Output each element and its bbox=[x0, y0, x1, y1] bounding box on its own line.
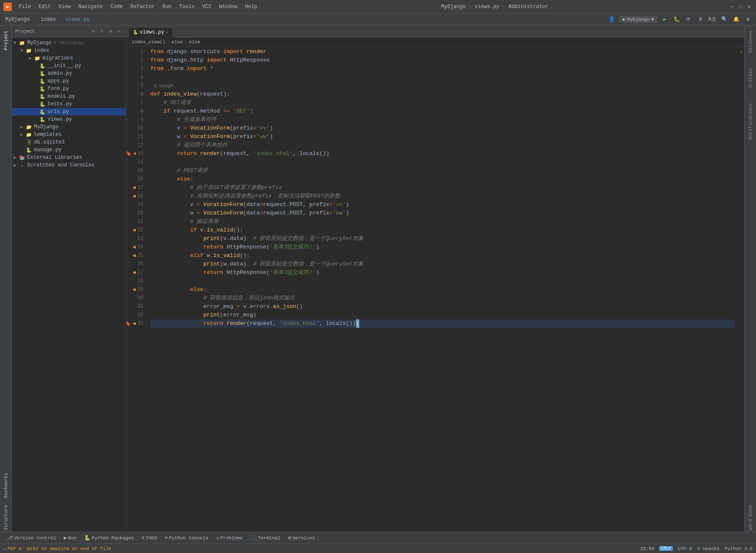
menu-code[interactable]: Code bbox=[107, 3, 126, 11]
pause-button[interactable]: ⏸ bbox=[696, 15, 705, 24]
right-tab-notifications[interactable]: Notifications bbox=[747, 102, 754, 141]
nav-project[interactable]: MyDjango bbox=[3, 16, 31, 23]
tree-manage-py[interactable]: 🐍 manage.py bbox=[12, 146, 126, 154]
python-console-btn[interactable]: ⌨ Python Console bbox=[161, 534, 212, 542]
code-line-30: # 获取错误信息，并以json格式输出 bbox=[150, 294, 735, 302]
menu-view[interactable]: View bbox=[55, 3, 74, 11]
minimize-button[interactable]: ─ bbox=[729, 3, 736, 10]
python-version[interactable]: Python 3.8 bbox=[725, 546, 753, 551]
maximize-button[interactable]: □ bbox=[737, 3, 744, 10]
problems-btn[interactable]: ⚠ Problems bbox=[212, 534, 246, 542]
menu-navigate[interactable]: Navigate bbox=[75, 3, 106, 11]
line-num-8: 8 bbox=[127, 107, 147, 116]
menu-window[interactable]: Window bbox=[216, 3, 241, 11]
arrow-icon: ▼ bbox=[14, 41, 19, 45]
code-line-4 bbox=[150, 73, 735, 82]
services-btn[interactable]: ⚙ Services bbox=[285, 534, 318, 542]
warning-message[interactable]: ⚠ PEP 8: W292 no newline at end of file bbox=[3, 546, 111, 551]
arrow-icon: ▶ bbox=[14, 163, 19, 168]
indent[interactable]: 4 spaces bbox=[697, 546, 719, 551]
tree-form-py[interactable]: 🐍 form.py bbox=[12, 85, 126, 93]
folder-name: templates bbox=[34, 132, 62, 138]
tree-views-py[interactable]: 🐍 views.py bbox=[12, 116, 126, 123]
window-title: MyDjango - views.py - Administrator bbox=[264, 4, 725, 10]
menu-vcs[interactable]: VCS bbox=[199, 3, 215, 11]
panel-gear-icon[interactable]: ⚙ bbox=[107, 28, 114, 35]
menu-help[interactable]: Help bbox=[242, 3, 261, 11]
tree-index-folder[interactable]: ▼ 📁 index bbox=[12, 47, 126, 54]
cursor-position[interactable]: 33:59 bbox=[640, 546, 654, 551]
arrow-icon: ▶ bbox=[20, 132, 25, 137]
cursor: | bbox=[356, 319, 359, 328]
notifications-button[interactable]: 🔔 bbox=[731, 15, 741, 24]
tree-admin-py[interactable]: 🐍 admin.py bbox=[12, 70, 126, 77]
terminal-btn[interactable]: ⬛ Terminal bbox=[247, 534, 284, 542]
item-name: External Libraries bbox=[27, 155, 82, 161]
close-button[interactable]: ✕ bbox=[746, 3, 753, 10]
code-line-32: print(error_msg) bbox=[150, 311, 735, 319]
line-num-28: 28 bbox=[127, 277, 147, 285]
run-icon: ▶ bbox=[64, 535, 67, 541]
translate-button[interactable]: A文 bbox=[708, 15, 717, 24]
menu-tools[interactable]: Tools bbox=[176, 3, 198, 11]
tree-init-py[interactable]: 🐍 __init__.py bbox=[12, 62, 126, 70]
todo-btn[interactable]: ≡ TODO bbox=[138, 534, 161, 542]
coverage-button[interactable]: ⟳ bbox=[684, 15, 693, 24]
tree-apps-py[interactable]: 🐍 apps.py bbox=[12, 77, 126, 85]
tree-root[interactable]: ▼ 📁 MyDjango D:\MyDjango bbox=[12, 39, 126, 47]
tree-templates-folder[interactable]: ▶ 📁 templates bbox=[12, 131, 126, 138]
line-num-10: 10 bbox=[127, 124, 147, 133]
run-btn[interactable]: ▶ Run bbox=[60, 534, 80, 542]
line-num-20: 20 bbox=[127, 209, 147, 217]
menu-file[interactable]: File bbox=[15, 3, 34, 11]
nav-file[interactable]: views.py bbox=[65, 17, 90, 23]
code-line-29: else: bbox=[150, 285, 735, 294]
account-button[interactable]: 👤 bbox=[607, 15, 617, 24]
editor-tab-views[interactable]: 🐍 views.py ✕ bbox=[128, 27, 173, 37]
tab-close-button[interactable]: ✕ bbox=[166, 30, 169, 35]
line-num-24: ◀24 bbox=[127, 243, 147, 251]
tree-mydjango-folder[interactable]: ▶ 📁 MyDjango bbox=[12, 123, 126, 131]
panel-add-icon[interactable]: ⊕ bbox=[90, 28, 97, 35]
tree-migrations[interactable]: ▶ 📁 migrations bbox=[12, 54, 126, 62]
bc-else1[interactable]: else bbox=[172, 40, 183, 45]
python-packages-btn[interactable]: 🐍 Python Packages bbox=[81, 534, 137, 542]
menu-edit[interactable]: Edit bbox=[35, 3, 54, 11]
run-config[interactable]: ▶ MyDjango ▼ bbox=[619, 16, 657, 23]
right-tab-database[interactable]: Database bbox=[747, 29, 754, 55]
panel-close-icon[interactable]: ✕ bbox=[115, 28, 123, 35]
tree-urls-py[interactable]: 🐍 urls.py bbox=[12, 108, 126, 116]
bc-function[interactable]: index_view() bbox=[132, 40, 165, 45]
tree-tests-py[interactable]: 🐍 tests.py bbox=[12, 100, 126, 108]
problems-label: Problems bbox=[220, 536, 243, 541]
version-control-btn[interactable]: ⎇ Version Control bbox=[3, 534, 59, 542]
line-num-3: 3 bbox=[127, 65, 147, 73]
vcs-icon: ⎇ bbox=[7, 535, 13, 541]
right-tab-sciview[interactable]: SciView bbox=[747, 67, 754, 90]
tree-scratches[interactable]: ▶ ✏ Scratches and Consoles bbox=[12, 161, 126, 169]
encoding[interactable]: UTF-8 bbox=[678, 546, 692, 551]
folder-icon: 📁 bbox=[19, 40, 25, 46]
menu-run[interactable]: Run bbox=[159, 3, 175, 11]
sidebar-tab-bookmarks[interactable]: Bookmarks bbox=[3, 471, 9, 499]
nav-index[interactable]: index bbox=[39, 16, 58, 23]
tree-db-sqlite[interactable]: 🗄 db.sqlite3 bbox=[12, 138, 126, 146]
debug-button[interactable]: 🐛 bbox=[672, 15, 681, 24]
line-separator[interactable]: CRLF bbox=[659, 546, 673, 551]
code-content[interactable]: from django.shortcuts import render from… bbox=[147, 47, 738, 532]
py-file-icon: 🐍 bbox=[39, 108, 46, 115]
tree-models-py[interactable]: 🐍 models.py bbox=[12, 93, 126, 100]
run-button[interactable]: ▶ bbox=[660, 15, 669, 24]
sidebar-tab-structure[interactable]: Structure bbox=[3, 503, 9, 532]
sidebar-tab-project[interactable]: Project bbox=[3, 29, 9, 52]
lib-icon: 📚 bbox=[19, 154, 25, 161]
settings-button[interactable]: ⚙ bbox=[743, 15, 753, 24]
code-line-1: from django.shortcuts import render bbox=[150, 48, 735, 56]
search-button[interactable]: 🔍 bbox=[719, 15, 729, 24]
right-tab-wordbook[interactable]: Word Book bbox=[747, 503, 754, 532]
bc-else2[interactable]: else bbox=[189, 40, 200, 45]
status-bar: ⚠ PEP 8: W292 no newline at end of file … bbox=[0, 544, 756, 553]
panel-collapse-icon[interactable]: ≡ bbox=[98, 28, 106, 35]
tree-external-libs[interactable]: ▶ 📚 External Libraries bbox=[12, 154, 126, 161]
menu-refactor[interactable]: Refactor bbox=[127, 3, 158, 11]
